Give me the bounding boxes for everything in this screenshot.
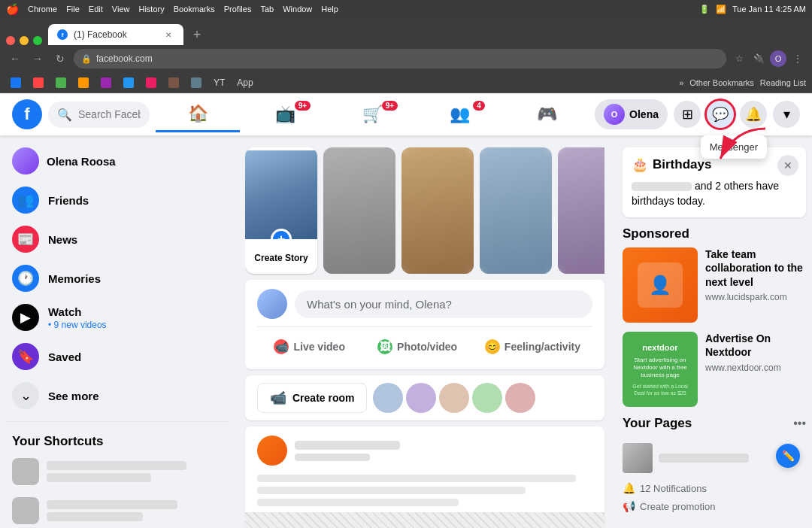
reload-button[interactable]: ↻ xyxy=(51,50,69,68)
ad-card-2[interactable]: nextdoor Start advertising on Nextdoor w… xyxy=(623,332,806,407)
bookmark-star-icon[interactable]: ☆ xyxy=(731,50,747,67)
bookmark-item[interactable] xyxy=(6,76,26,90)
time-display: Tue Jan 11 4:25 AM xyxy=(732,5,806,14)
page-notifications-text[interactable]: 12 Notifications xyxy=(640,483,707,494)
facebook-tab[interactable]: f (1) Facebook ✕ xyxy=(48,24,183,45)
search-input[interactable] xyxy=(78,108,141,120)
nav-home[interactable]: 🏠 xyxy=(156,96,240,132)
story-card-3[interactable] xyxy=(480,147,552,274)
account-menu-button[interactable]: ▾ xyxy=(773,101,800,128)
notifications-button[interactable]: 🔔 xyxy=(740,101,767,128)
sidebar-item-friends[interactable]: 👥 Friends xyxy=(6,181,227,220)
search-box[interactable]: 🔍 xyxy=(48,102,150,128)
url-bar[interactable]: 🔒 facebook.com xyxy=(74,49,726,68)
facebook-logo[interactable]: f xyxy=(12,99,42,129)
nav-marketplace[interactable]: 🛒 9+ xyxy=(330,96,414,132)
menu-edit[interactable]: Edit xyxy=(89,5,103,14)
profile-circle[interactable]: O xyxy=(770,50,786,67)
chrome-menu-button[interactable]: ⋮ xyxy=(789,50,806,67)
shortcut-item[interactable] xyxy=(6,452,227,491)
story-card-2[interactable] xyxy=(401,147,474,274)
create-promotion-link[interactable]: Create promotion xyxy=(640,501,715,512)
back-button[interactable]: ← xyxy=(6,50,24,68)
forward-button[interactable]: → xyxy=(29,50,47,68)
menu-help[interactable]: Help xyxy=(321,5,338,14)
story-card-4[interactable] xyxy=(558,147,604,274)
bookmark-item[interactable] xyxy=(141,76,161,90)
room-avatar xyxy=(373,383,403,413)
new-message-button[interactable]: ✏️ xyxy=(776,444,800,468)
other-bookmarks-link[interactable]: Other Bookmarks xyxy=(689,78,754,87)
bookmark-item[interactable] xyxy=(164,76,183,90)
sidebar-item-news[interactable]: 📰 News xyxy=(6,220,227,259)
create-room-button[interactable]: 📹 Create room xyxy=(257,383,367,413)
sidebar-user-profile[interactable]: Olena Roosa xyxy=(6,141,227,181)
bookmarks-more-button[interactable]: » xyxy=(679,78,683,87)
post-author-name xyxy=(295,441,400,450)
menu-bookmarks[interactable]: Bookmarks xyxy=(174,5,215,14)
create-story-card[interactable]: + Create Story xyxy=(245,147,317,274)
story-card-1[interactable] xyxy=(323,147,395,274)
page-thumbnail xyxy=(623,443,653,473)
minimize-window-button[interactable] xyxy=(20,36,29,45)
ad-card-1[interactable]: 👤 Take team collaboration to the next le… xyxy=(623,247,806,323)
wifi-icon: 📶 xyxy=(716,5,726,14)
live-video-button[interactable]: 📹 Live video xyxy=(257,333,362,360)
menu-profiles[interactable]: Profiles xyxy=(224,5,252,14)
post-box-divider xyxy=(257,326,592,327)
bookmark-item[interactable]: YT xyxy=(209,76,229,90)
bookmark-item[interactable] xyxy=(29,76,48,90)
post-timestamp xyxy=(295,454,370,461)
facebook-main: Olena Roosa 👥 Friends 📰 News 🕐 Memories … xyxy=(0,135,812,528)
your-pages-more-icon[interactable]: ••• xyxy=(793,417,806,430)
sidebar-item-memories[interactable]: 🕐 Memories xyxy=(6,259,227,298)
menu-window[interactable]: Window xyxy=(283,5,312,14)
feeling-icon: 😊 xyxy=(485,339,500,354)
sidebar-item-saved[interactable]: 🔖 Saved xyxy=(6,337,227,376)
groups-icon: 👥 xyxy=(450,105,470,124)
lock-icon: 🔒 xyxy=(81,54,92,64)
ad-url-2: www.nextdoor.com xyxy=(705,363,806,373)
messenger-button[interactable]: 💬 xyxy=(707,101,734,128)
menu-history[interactable]: History xyxy=(138,5,164,14)
menu-view[interactable]: View xyxy=(112,5,130,14)
menu-file[interactable]: File xyxy=(66,5,80,14)
birthday-icon: 🎂 xyxy=(632,156,648,173)
grid-menu-button[interactable]: ⊞ xyxy=(674,101,701,128)
bookmark-item[interactable] xyxy=(51,76,71,90)
bookmark-item[interactable]: App xyxy=(232,76,257,90)
nav-video[interactable]: 📺 9+ xyxy=(243,96,327,132)
reading-list-link[interactable]: Reading List xyxy=(760,78,806,87)
apple-icon[interactable]: 🍎 xyxy=(6,3,19,15)
post-input-box[interactable]: What's on your mind, Olena? xyxy=(295,290,592,318)
room-avatar xyxy=(406,383,436,413)
menu-tab[interactable]: Tab xyxy=(260,5,274,14)
bookmark-item[interactable] xyxy=(74,76,93,90)
fullscreen-window-button[interactable] xyxy=(33,36,42,45)
close-window-button[interactable] xyxy=(6,36,15,45)
new-tab-button[interactable]: + xyxy=(186,24,208,45)
photo-video-button[interactable]: 🖼 Photo/video xyxy=(365,333,469,360)
nav-gaming[interactable]: 🎮 xyxy=(504,96,589,132)
mac-status: 🔋 📶 Tue Jan 11 4:25 AM xyxy=(699,5,806,14)
bookmark-item[interactable] xyxy=(186,76,206,90)
messenger-tooltip-text: Messenger xyxy=(710,141,758,153)
profile-button[interactable]: O Olena xyxy=(595,99,668,129)
shortcut-item[interactable] xyxy=(6,491,227,528)
post-image-content xyxy=(245,512,604,528)
tab-close-button[interactable]: ✕ xyxy=(162,29,174,41)
sidebar-item-watch[interactable]: ▶ Watch • 9 new videos xyxy=(6,298,227,337)
sidebar-item-see-more[interactable]: ⌄ See more xyxy=(6,376,227,415)
extensions-icon[interactable]: 🔌 xyxy=(750,50,767,67)
feeling-activity-button[interactable]: 😊 Feeling/activity xyxy=(473,333,592,360)
shortcut-info xyxy=(47,461,221,482)
post-card-body xyxy=(245,475,604,512)
sponsored-title: Sponsored xyxy=(623,226,806,241)
menu-chrome[interactable]: Chrome xyxy=(28,5,57,14)
bookmark-item[interactable] xyxy=(119,76,138,90)
nav-groups[interactable]: 👥 4 xyxy=(417,96,501,132)
widget-close-button[interactable]: ✕ xyxy=(777,155,798,176)
bookmark-item[interactable] xyxy=(96,76,116,90)
birthdays-title: 🎂 Birthdays xyxy=(632,156,797,173)
groups-badge: 4 xyxy=(473,101,485,111)
